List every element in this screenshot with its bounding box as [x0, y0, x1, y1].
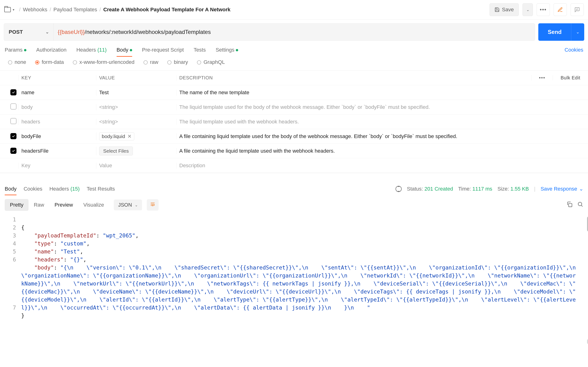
url-path-part: /networks/:networkId/webhooks/payloadTem… [85, 29, 211, 35]
cookies-link[interactable]: Cookies [565, 47, 583, 57]
comment-icon [574, 7, 580, 12]
key-cell[interactable]: headers [18, 119, 96, 125]
save-dropdown[interactable]: ⌄ [522, 3, 533, 16]
remove-file-icon[interactable]: ✕ [127, 133, 132, 139]
folder-icon [4, 7, 11, 12]
tab-settings[interactable]: Settings [215, 47, 238, 57]
tab-prerequest[interactable]: Pre-request Script [142, 47, 184, 57]
scrollbar-thumb[interactable] [587, 217, 588, 232]
radio-none[interactable]: none [8, 59, 28, 65]
row-checkbox[interactable] [10, 148, 17, 154]
grid-header: KEY VALUE DESCRIPTION ••• Bulk Edit [0, 71, 588, 85]
view-raw[interactable]: Raw [28, 199, 49, 211]
response-body: 1 2 3 4 5 6 7 { "payloadTemplateId": "wp… [0, 215, 588, 344]
file-chip[interactable]: body.liquid✕ [99, 132, 134, 140]
row-checkbox[interactable] [10, 118, 17, 124]
comment-button[interactable] [571, 3, 584, 16]
table-row: headers <string> The liquid template use… [0, 115, 588, 129]
chevron-down-icon: ⌄ [45, 29, 49, 35]
radio-raw[interactable]: raw [143, 59, 160, 65]
bulk-edit-link[interactable]: Bulk Edit [553, 75, 588, 81]
desc-cell[interactable]: The name of the new template [176, 90, 588, 96]
crumb-current: Create A Webhook Payload Template For A … [103, 7, 230, 13]
desc-cell[interactable]: The liquid template used with the webhoo… [176, 119, 588, 125]
desc-cell[interactable]: The liquid template used for the body of… [176, 104, 588, 110]
copy-button[interactable] [566, 201, 572, 209]
value-cell[interactable]: <string> [96, 119, 176, 125]
scrollbar-thumb[interactable] [587, 339, 588, 344]
search-button[interactable] [577, 201, 583, 209]
desc-cell[interactable]: A file containing liquid template used f… [176, 133, 588, 140]
more-actions[interactable]: ••• [537, 3, 550, 16]
wrap-icon [150, 202, 155, 207]
view-visualize[interactable]: Visualize [78, 199, 109, 211]
network-icon[interactable] [396, 186, 402, 192]
svg-point-1 [578, 202, 582, 206]
url-variable-part: {{baseUrl}} [58, 29, 85, 35]
select-files-button[interactable]: Select Files [99, 147, 133, 156]
tab-params[interactable]: Params [5, 47, 26, 57]
tab-body[interactable]: Body [117, 47, 132, 57]
key-cell[interactable]: bodyFile [18, 133, 96, 140]
resp-tab-cookies[interactable]: Cookies [24, 186, 42, 195]
key-placeholder[interactable]: Key [18, 163, 96, 169]
tab-headers[interactable]: Headers (11) [76, 47, 107, 57]
desc-placeholder[interactable]: Description [176, 163, 588, 169]
save-button[interactable]: Save [489, 3, 519, 16]
body-type-row: none form-data x-www-form-urlencoded raw… [0, 57, 588, 70]
method-label: POST [9, 29, 23, 35]
resp-tab-tests[interactable]: Test Results [87, 186, 115, 195]
crumb-webhooks[interactable]: Webhooks [23, 7, 47, 13]
row-checkbox[interactable] [10, 103, 17, 109]
send-button[interactable]: Send [538, 23, 571, 41]
radio-urlencoded[interactable]: x-www-form-urlencoded [73, 59, 136, 65]
value-cell[interactable]: <string> [96, 104, 176, 110]
request-row: POST ⌄ {{baseUrl}}/networks/:networkId/w… [4, 23, 584, 41]
formdata-grid: KEY VALUE DESCRIPTION ••• Bulk Edit name… [0, 70, 588, 173]
tab-tests[interactable]: Tests [194, 47, 206, 57]
line-gutter: 1 2 3 4 5 6 7 [0, 216, 21, 344]
method-select[interactable]: POST ⌄ [4, 24, 53, 41]
more-icon: ••• [539, 75, 545, 80]
value-cell[interactable]: body.liquid✕ [96, 132, 176, 140]
desc-cell[interactable]: A file containing the liquid template us… [176, 148, 588, 154]
row-checkbox[interactable] [10, 133, 17, 139]
svg-rect-0 [569, 203, 572, 207]
crumb-payload-templates[interactable]: Payload Templates [53, 7, 97, 13]
resp-tab-body[interactable]: Body [5, 186, 17, 195]
value-cell[interactable]: Select Files [96, 147, 176, 156]
format-select[interactable]: JSON⌄ [114, 200, 142, 210]
save-icon [495, 7, 500, 12]
table-row: body <string> The liquid template used f… [0, 100, 588, 115]
key-cell[interactable]: headersFile [18, 148, 96, 154]
value-placeholder[interactable]: Value [96, 163, 176, 169]
view-pretty[interactable]: Pretty [5, 199, 28, 211]
more-icon: ••• [540, 7, 547, 13]
value-cell[interactable]: Test [96, 90, 176, 96]
wrap-lines-button[interactable] [147, 199, 158, 211]
send-dropdown[interactable]: ⌄ [571, 23, 584, 41]
table-row: headersFile Select Files A file containi… [0, 144, 588, 158]
resp-tab-headers[interactable]: Headers (15) [50, 186, 80, 195]
pencil-icon [557, 7, 563, 12]
key-cell[interactable]: body [18, 104, 96, 110]
radio-form-data[interactable]: form-data [35, 59, 66, 65]
table-row: bodyFile body.liquid✕ A file containing … [0, 129, 588, 144]
view-preview[interactable]: Preview [49, 199, 78, 211]
search-icon [577, 201, 583, 207]
response-viewer-controls: Pretty Raw Preview Visualize JSON⌄ [0, 195, 588, 215]
row-checkbox[interactable] [10, 89, 17, 95]
key-cell[interactable]: name [18, 90, 96, 96]
tab-authorization[interactable]: Authorization [36, 47, 66, 57]
folder-menu-caret[interactable]: ▾ [13, 8, 14, 12]
table-row: name Test The name of the new template [0, 85, 588, 100]
edit-button[interactable] [554, 3, 567, 16]
grid-options[interactable]: ••• [531, 75, 553, 81]
save-response-dropdown[interactable]: Save Response⌄ [541, 186, 583, 192]
radio-graphql[interactable]: GraphQL [197, 59, 227, 65]
col-key: KEY [18, 75, 96, 81]
url-input[interactable]: {{baseUrl}}/networks/:networkId/webhooks… [53, 24, 535, 41]
code-content[interactable]: { "payloadTemplateId": "wpt_2065", "type… [21, 216, 588, 344]
status-label: Status: 201 Created [407, 186, 453, 192]
radio-binary[interactable]: binary [167, 59, 190, 65]
